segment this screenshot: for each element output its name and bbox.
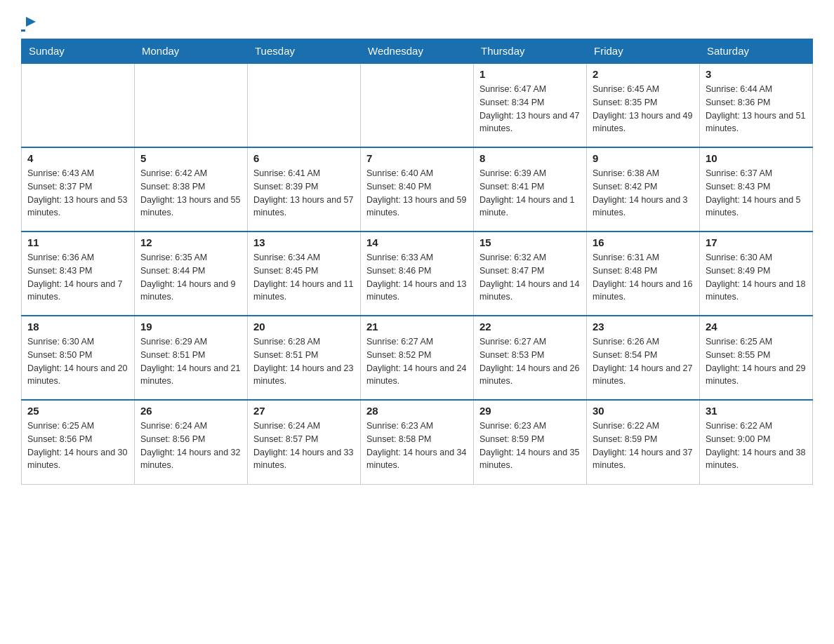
day-info: Sunrise: 6:31 AMSunset: 8:48 PMDaylight:… [593, 251, 694, 304]
day-info: Sunrise: 6:24 AMSunset: 8:57 PMDaylight:… [253, 420, 355, 472]
day-number: 20 [253, 321, 355, 333]
day-info: Sunrise: 6:27 AMSunset: 8:53 PMDaylight:… [479, 335, 581, 388]
calendar-cell: 30Sunrise: 6:22 AMSunset: 8:59 PMDayligh… [587, 400, 700, 484]
day-info: Sunrise: 6:40 AMSunset: 8:40 PMDaylight:… [366, 167, 468, 220]
day-info: Sunrise: 6:25 AMSunset: 8:55 PMDaylight:… [706, 335, 807, 388]
day-number: 11 [27, 236, 128, 248]
calendar-cell: 4Sunrise: 6:43 AMSunset: 8:37 PMDaylight… [22, 147, 135, 232]
day-info: Sunrise: 6:44 AMSunset: 8:36 PMDaylight:… [706, 83, 807, 135]
calendar-cell: 9Sunrise: 6:38 AMSunset: 8:42 PMDaylight… [587, 147, 700, 232]
calendar-cell: 3Sunrise: 6:44 AMSunset: 8:36 PMDaylight… [700, 63, 813, 147]
calendar-cell: 11Sunrise: 6:36 AMSunset: 8:43 PMDayligh… [22, 232, 135, 316]
day-number: 23 [593, 321, 694, 333]
day-number: 25 [27, 405, 128, 417]
day-number: 24 [706, 321, 807, 333]
day-number: 22 [479, 321, 581, 333]
day-number: 30 [593, 405, 694, 417]
day-number: 5 [140, 152, 241, 164]
day-info: Sunrise: 6:37 AMSunset: 8:43 PMDaylight:… [706, 167, 807, 220]
day-number: 13 [253, 236, 355, 248]
day-number: 27 [253, 405, 355, 417]
day-number: 12 [140, 236, 241, 248]
day-number: 10 [706, 152, 807, 164]
day-number: 1 [479, 68, 581, 80]
day-number: 26 [140, 405, 241, 417]
day-number: 8 [479, 152, 581, 164]
page-header [21, 14, 813, 32]
day-number: 4 [27, 152, 128, 164]
day-info: Sunrise: 6:35 AMSunset: 8:44 PMDaylight:… [140, 251, 241, 304]
col-header-saturday: Saturday [700, 39, 813, 64]
calendar-cell: 22Sunrise: 6:27 AMSunset: 8:53 PMDayligh… [474, 316, 587, 400]
day-info: Sunrise: 6:36 AMSunset: 8:43 PMDaylight:… [27, 251, 128, 304]
calendar-cell: 25Sunrise: 6:25 AMSunset: 8:56 PMDayligh… [22, 400, 135, 484]
calendar-cell: 12Sunrise: 6:35 AMSunset: 8:44 PMDayligh… [135, 232, 248, 316]
day-info: Sunrise: 6:42 AMSunset: 8:38 PMDaylight:… [140, 167, 241, 220]
day-info: Sunrise: 6:32 AMSunset: 8:47 PMDaylight:… [479, 251, 581, 304]
calendar-cell: 6Sunrise: 6:41 AMSunset: 8:39 PMDaylight… [248, 147, 361, 232]
col-header-thursday: Thursday [474, 39, 587, 64]
day-number: 14 [366, 236, 468, 248]
week-row-2: 4Sunrise: 6:43 AMSunset: 8:37 PMDaylight… [22, 147, 813, 232]
calendar-cell: 29Sunrise: 6:23 AMSunset: 8:59 PMDayligh… [474, 400, 587, 484]
week-row-3: 11Sunrise: 6:36 AMSunset: 8:43 PMDayligh… [22, 232, 813, 316]
col-header-tuesday: Tuesday [248, 39, 361, 64]
calendar-cell: 26Sunrise: 6:24 AMSunset: 8:56 PMDayligh… [135, 400, 248, 484]
day-number: 16 [593, 236, 694, 248]
day-info: Sunrise: 6:28 AMSunset: 8:51 PMDaylight:… [253, 335, 355, 388]
calendar-cell: 28Sunrise: 6:23 AMSunset: 8:58 PMDayligh… [361, 400, 474, 484]
day-info: Sunrise: 6:26 AMSunset: 8:54 PMDaylight:… [593, 335, 694, 388]
day-info: Sunrise: 6:30 AMSunset: 8:50 PMDaylight:… [27, 335, 128, 388]
calendar-cell: 16Sunrise: 6:31 AMSunset: 8:48 PMDayligh… [587, 232, 700, 316]
calendar-cell: 17Sunrise: 6:30 AMSunset: 8:49 PMDayligh… [700, 232, 813, 316]
day-number: 17 [706, 236, 807, 248]
col-header-sunday: Sunday [22, 39, 135, 64]
day-number: 18 [27, 321, 128, 333]
calendar-header-row: SundayMondayTuesdayWednesdayThursdayFrid… [22, 39, 813, 64]
day-number: 19 [140, 321, 241, 333]
day-number: 29 [479, 405, 581, 417]
calendar-cell: 14Sunrise: 6:33 AMSunset: 8:46 PMDayligh… [361, 232, 474, 316]
day-number: 2 [593, 68, 694, 80]
day-number: 3 [706, 68, 807, 80]
day-info: Sunrise: 6:47 AMSunset: 8:34 PMDaylight:… [479, 83, 581, 135]
calendar-cell [135, 63, 248, 147]
calendar-cell [361, 63, 474, 147]
calendar-cell: 5Sunrise: 6:42 AMSunset: 8:38 PMDaylight… [135, 147, 248, 232]
calendar-cell [22, 63, 135, 147]
day-info: Sunrise: 6:27 AMSunset: 8:52 PMDaylight:… [366, 335, 468, 388]
calendar-cell: 15Sunrise: 6:32 AMSunset: 8:47 PMDayligh… [474, 232, 587, 316]
col-header-friday: Friday [587, 39, 700, 64]
day-number: 9 [593, 152, 694, 164]
logo [21, 14, 39, 32]
day-number: 7 [366, 152, 468, 164]
calendar-cell: 13Sunrise: 6:34 AMSunset: 8:45 PMDayligh… [248, 232, 361, 316]
calendar-cell: 18Sunrise: 6:30 AMSunset: 8:50 PMDayligh… [22, 316, 135, 400]
calendar-cell: 20Sunrise: 6:28 AMSunset: 8:51 PMDayligh… [248, 316, 361, 400]
day-info: Sunrise: 6:41 AMSunset: 8:39 PMDaylight:… [253, 167, 355, 220]
day-info: Sunrise: 6:25 AMSunset: 8:56 PMDaylight:… [27, 420, 128, 472]
calendar-cell: 2Sunrise: 6:45 AMSunset: 8:35 PMDaylight… [587, 63, 700, 147]
day-number: 31 [706, 405, 807, 417]
day-info: Sunrise: 6:23 AMSunset: 8:58 PMDaylight:… [366, 420, 468, 472]
day-info: Sunrise: 6:24 AMSunset: 8:56 PMDaylight:… [140, 420, 241, 472]
calendar-cell: 24Sunrise: 6:25 AMSunset: 8:55 PMDayligh… [700, 316, 813, 400]
calendar-table: SundayMondayTuesdayWednesdayThursdayFrid… [21, 39, 813, 485]
day-info: Sunrise: 6:30 AMSunset: 8:49 PMDaylight:… [706, 251, 807, 304]
day-number: 15 [479, 236, 581, 248]
calendar-cell: 8Sunrise: 6:39 AMSunset: 8:41 PMDaylight… [474, 147, 587, 232]
day-info: Sunrise: 6:33 AMSunset: 8:46 PMDaylight:… [366, 251, 468, 304]
svg-marker-0 [26, 17, 36, 27]
day-info: Sunrise: 6:23 AMSunset: 8:59 PMDaylight:… [479, 420, 581, 472]
col-header-monday: Monday [135, 39, 248, 64]
day-info: Sunrise: 6:39 AMSunset: 8:41 PMDaylight:… [479, 167, 581, 220]
day-info: Sunrise: 6:29 AMSunset: 8:51 PMDaylight:… [140, 335, 241, 388]
calendar-cell: 23Sunrise: 6:26 AMSunset: 8:54 PMDayligh… [587, 316, 700, 400]
logo-flag-icon [23, 15, 39, 31]
day-info: Sunrise: 6:38 AMSunset: 8:42 PMDaylight:… [593, 167, 694, 220]
day-info: Sunrise: 6:45 AMSunset: 8:35 PMDaylight:… [593, 83, 694, 135]
day-info: Sunrise: 6:34 AMSunset: 8:45 PMDaylight:… [253, 251, 355, 304]
calendar-cell: 10Sunrise: 6:37 AMSunset: 8:43 PMDayligh… [700, 147, 813, 232]
calendar-cell: 1Sunrise: 6:47 AMSunset: 8:34 PMDaylight… [474, 63, 587, 147]
calendar-cell: 21Sunrise: 6:27 AMSunset: 8:52 PMDayligh… [361, 316, 474, 400]
